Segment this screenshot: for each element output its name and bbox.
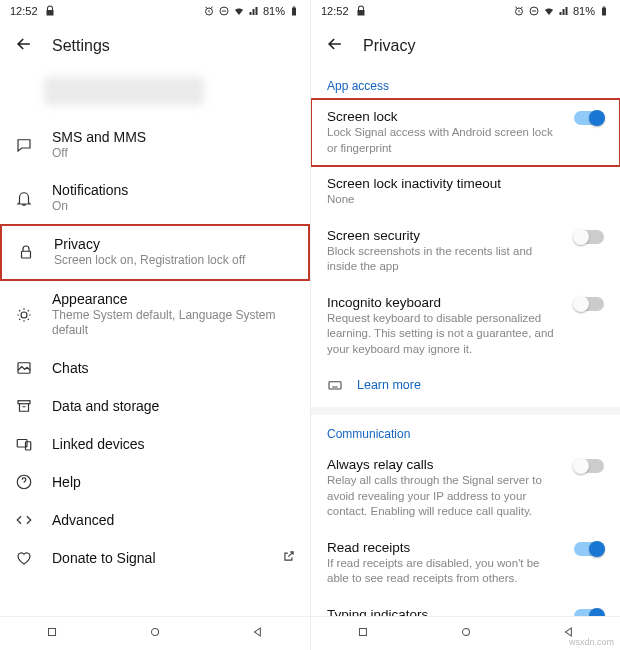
lock-icon <box>355 5 367 17</box>
settings-list[interactable]: SMS and MMSOff NotificationsOn PrivacySc… <box>0 67 310 616</box>
svg-rect-15 <box>602 8 606 16</box>
status-bar: 12:52 81% <box>0 0 310 22</box>
privacy-list[interactable]: App access Screen lockLock Signal access… <box>311 67 620 616</box>
battery-text: 81% <box>263 5 285 17</box>
svg-point-12 <box>151 629 158 636</box>
wifi-icon <box>543 5 555 17</box>
svg-point-19 <box>462 629 469 636</box>
heart-icon <box>14 549 34 567</box>
pref-timeout[interactable]: Screen lock inactivity timeoutNone <box>311 166 620 218</box>
settings-item-privacy[interactable]: PrivacyScreen lock on, Registration lock… <box>0 224 310 281</box>
archive-icon <box>14 397 34 415</box>
svg-rect-4 <box>22 252 31 259</box>
learn-more-label: Learn more <box>357 378 421 392</box>
battery-icon <box>598 5 610 17</box>
lock-icon <box>16 243 36 261</box>
back-button[interactable] <box>325 34 345 57</box>
toggle-relay[interactable] <box>574 459 604 473</box>
section-app-access: App access <box>311 67 620 99</box>
svg-rect-7 <box>18 401 30 404</box>
learn-more[interactable]: Learn more <box>311 367 620 407</box>
page-title: Settings <box>52 37 110 55</box>
pref-relay[interactable]: Always relay callsRelay all calls throug… <box>311 447 620 530</box>
svg-rect-18 <box>359 629 366 636</box>
wifi-icon <box>233 5 245 17</box>
pref-typing[interactable]: Typing indicatorsIf typing indicators ar… <box>311 597 620 616</box>
brightness-icon <box>14 306 34 324</box>
battery-icon <box>288 5 300 17</box>
lock-icon <box>44 5 56 17</box>
pref-screen-security[interactable]: Screen securityBlock screenshots in the … <box>311 218 620 285</box>
divider <box>311 407 620 415</box>
settings-item-linked[interactable]: Linked devices <box>0 425 310 463</box>
bell-icon <box>14 189 34 207</box>
pref-screen-lock[interactable]: Screen lockLock Signal access with Andro… <box>311 99 620 166</box>
status-bar: 12:52 81% <box>311 0 620 22</box>
svg-rect-16 <box>603 7 605 8</box>
back-button[interactable] <box>14 34 34 57</box>
settings-item-chats[interactable]: Chats <box>0 349 310 387</box>
signal-icon <box>248 5 260 17</box>
settings-item-donate[interactable]: Donate to Signal <box>0 539 310 577</box>
toggle-receipts[interactable] <box>574 542 604 556</box>
toggle-typing[interactable] <box>574 609 604 616</box>
svg-rect-11 <box>48 629 55 636</box>
status-time: 12:52 <box>10 5 38 17</box>
devices-icon <box>14 435 34 453</box>
code-icon <box>14 511 34 529</box>
pref-receipts[interactable]: Read receiptsIf read receipts are disabl… <box>311 530 620 597</box>
chat-icon <box>14 136 34 154</box>
dnd-icon <box>218 5 230 17</box>
toggle-incognito[interactable] <box>574 297 604 311</box>
settings-item-data[interactable]: Data and storage <box>0 387 310 425</box>
page-title: Privacy <box>363 37 415 55</box>
image-icon <box>14 359 34 377</box>
toggle-screen-security[interactable] <box>574 230 604 244</box>
toggle-screen-lock[interactable] <box>574 111 604 125</box>
watermark: wsxdn.com <box>569 637 614 647</box>
nav-recent[interactable] <box>356 625 370 642</box>
profile-blurred[interactable] <box>44 77 204 105</box>
nav-recent[interactable] <box>45 625 59 642</box>
pref-incognito[interactable]: Incognito keyboardRequest keyboard to di… <box>311 285 620 368</box>
keyboard-icon <box>327 377 343 393</box>
settings-item-advanced[interactable]: Advanced <box>0 501 310 539</box>
dnd-icon <box>528 5 540 17</box>
nav-home[interactable] <box>148 625 162 642</box>
nav-bar <box>0 616 310 650</box>
alarm-icon <box>203 5 215 17</box>
svg-rect-2 <box>292 8 296 16</box>
header: Privacy <box>311 22 620 67</box>
external-link-icon <box>282 549 296 566</box>
svg-rect-3 <box>293 7 295 8</box>
section-communication: Communication <box>311 415 620 447</box>
svg-point-5 <box>21 312 27 318</box>
svg-rect-9 <box>26 442 31 450</box>
status-time: 12:52 <box>321 5 349 17</box>
svg-rect-17 <box>329 382 341 389</box>
privacy-screen: 12:52 81% Privacy App access Screen lock… <box>310 0 620 650</box>
help-icon <box>14 473 34 491</box>
nav-home[interactable] <box>459 625 473 642</box>
signal-icon <box>558 5 570 17</box>
settings-item-appearance[interactable]: AppearanceTheme System default, Language… <box>0 281 310 349</box>
settings-screen: 12:52 81% Settings SMS and MMSOff Notifi… <box>0 0 310 650</box>
settings-item-help[interactable]: Help <box>0 463 310 501</box>
settings-item-notifications[interactable]: NotificationsOn <box>0 172 310 225</box>
battery-text: 81% <box>573 5 595 17</box>
header: Settings <box>0 22 310 67</box>
nav-back[interactable] <box>251 625 265 642</box>
alarm-icon <box>513 5 525 17</box>
settings-item-sms[interactable]: SMS and MMSOff <box>0 119 310 172</box>
